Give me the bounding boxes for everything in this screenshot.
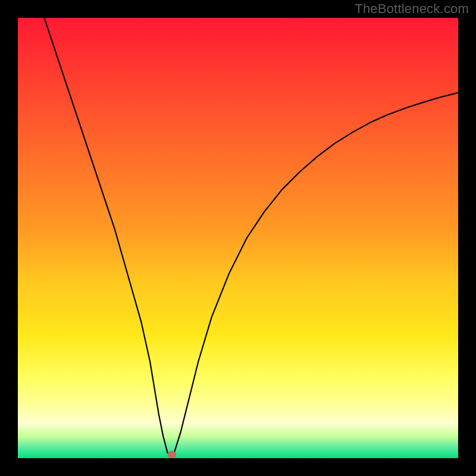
minimum-marker [168, 451, 176, 458]
chart-svg [18, 18, 458, 458]
watermark-text: TheBottleneck.com [355, 1, 469, 17]
data-curve [44, 18, 458, 455]
chart-stage: TheBottleneck.com [0, 0, 476, 476]
plot-area [18, 18, 458, 458]
